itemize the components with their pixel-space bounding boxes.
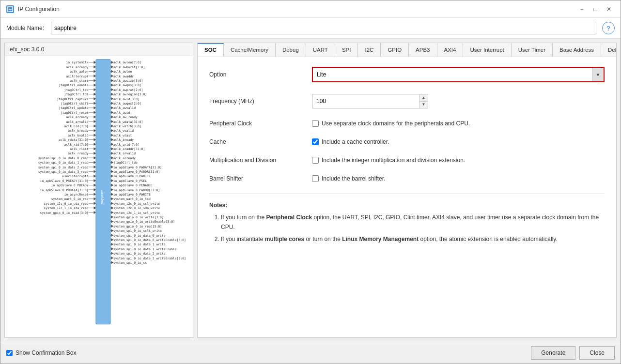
close-bottom-button[interactable]: Close: [579, 346, 615, 360]
svg-text:system_gpio_0_io_read[3:0]: system_gpio_0_io_read[3:0]: [113, 225, 162, 228]
svg-text:aclk_bready: aclk_bready: [68, 129, 88, 133]
tab-uart[interactable]: UART: [306, 43, 335, 57]
svg-text:aclk_aw_ready: aclk_aw_ready: [113, 115, 138, 119]
svg-text:aclk_arvalid: aclk_arvalid: [66, 120, 88, 124]
svg-text:io_apbSlave_0_PREADY: io_apbSlave_0_PREADY: [51, 183, 89, 187]
cache-row: Cache Include a cache controller.: [209, 138, 605, 145]
svg-text:aclk_wdata[31:0]: aclk_wdata[31:0]: [113, 120, 143, 124]
svg-text:jtag0Ctrl_update: jtag0Ctrl_update: [59, 106, 89, 110]
svg-text:axilnterrupt: axilnterrupt: [66, 75, 88, 78]
title-bar-left: IP Configuration: [6, 5, 60, 13]
notes-title: Notes:: [209, 202, 605, 209]
tab-user-timer[interactable]: User Timer: [512, 43, 553, 57]
tab-deliverables[interactable]: Deliverables: [601, 43, 616, 57]
svg-text:io_apbSlave_0_PADDR[31:0]: io_apbSlave_0_PADDR[31:0]: [113, 188, 160, 192]
svg-text:sapphire: sapphire: [100, 190, 104, 204]
tab-i2c[interactable]: I2C: [358, 43, 381, 57]
svg-text:io_apbSlave_0_PADDR[31:0]: io_apbSlave_0_PADDR[31:0]: [113, 170, 160, 174]
minimize-button[interactable]: −: [576, 4, 588, 14]
svg-text:aclk_awburst[1:0]: aclk_awburst[1:0]: [113, 65, 145, 69]
svg-text:jtag0Ctrl_reset: jtag0Ctrl_reset: [61, 111, 89, 115]
svg-text:system_i2c_0_io_scl_write: system_i2c_0_io_scl_write: [113, 202, 160, 206]
cache-control: Include a cache controller.: [312, 138, 605, 145]
barrel-shifter-checkbox-label[interactable]: Include the barrel shifter.: [312, 175, 385, 182]
show-confirmation-checkbox[interactable]: [6, 350, 13, 356]
main-window: IP Configuration − □ ✕ Module Name: ? ef…: [0, 0, 621, 364]
multiplication-division-checkbox-label[interactable]: Include the integer multiplication and d…: [312, 157, 465, 164]
app-icon: [6, 5, 14, 13]
barrel-shifter-control: Include the barrel shifter.: [312, 175, 605, 182]
tab-spi[interactable]: SPI: [335, 43, 358, 57]
help-button[interactable]: ?: [602, 22, 615, 34]
frequency-input[interactable]: [312, 94, 419, 108]
left-panel-title: efx_soc 3.0.0: [5, 43, 193, 56]
svg-text:io_apbSlave_0_PSEL: io_apbSlave_0_PSEL: [113, 179, 147, 183]
svg-text:system_spi_0_io_data_2_read: system_spi_0_io_data_2_read: [38, 166, 89, 169]
svg-text:aclk_awlen: aclk_awlen: [113, 70, 132, 74]
svg-text:system_spi_0_io_data_0_read: system_spi_0_io_data_0_read: [38, 156, 89, 160]
option-control: Lite Standard Full ▼: [312, 67, 605, 82]
barrel-shifter-checkbox[interactable]: [312, 175, 319, 182]
freq-spin-up[interactable]: ▲: [419, 94, 428, 102]
svg-text:aclk_rready: aclk_rready: [68, 152, 88, 155]
tab-user-interrupt[interactable]: User Interrupt: [463, 43, 511, 57]
svg-text:system_i2c_0_io_sda_read: system_i2c_0_io_sda_read: [44, 202, 88, 206]
multiplication-division-description: Include the integer multiplication and d…: [322, 157, 465, 164]
svg-text:aclk_rid[7:0]: aclk_rid[7:0]: [64, 143, 89, 147]
tab-apb3[interactable]: APB3: [409, 43, 437, 57]
cache-label: Cache: [209, 138, 306, 145]
svg-text:system_spi_0_io_data_1_write: system_spi_0_io_data_1_write: [113, 243, 166, 246]
svg-text:system_spi_0_io_data_3_read: system_spi_0_io_data_3_read: [38, 170, 89, 174]
maximize-button[interactable]: □: [590, 4, 601, 14]
svg-text:io_apbSlave_0_PWRITE: io_apbSlave_0_PWRITE: [113, 193, 151, 197]
close-button[interactable]: ✕: [603, 4, 615, 14]
peripheral-clock-row: Peripheral Clock Use separate clock doma…: [209, 120, 605, 127]
note-1-bold: Peripheral Clock: [266, 214, 312, 221]
tab-base-address[interactable]: Base Address: [553, 43, 601, 57]
tab-cache-memory[interactable]: Cache/Memory: [224, 43, 276, 57]
svg-text:aclk_wvalid: aclk_wvalid: [113, 129, 134, 133]
frequency-control: ▲ ▼: [312, 94, 605, 108]
select-arrow-icon: ▼: [592, 68, 604, 81]
svg-text:io_apbSlave_0_PREADY[31:0]: io_apbSlave_0_PREADY[31:0]: [40, 179, 89, 183]
tab-axi4[interactable]: AXI4: [437, 43, 464, 57]
barrel-shifter-label: Barrel Shifter: [209, 175, 306, 182]
option-select[interactable]: Lite Standard Full: [313, 68, 592, 81]
freq-input-wrapper: ▲ ▼: [312, 94, 428, 108]
svg-text:aclk_awprot[2:0]: aclk_awprot[2:0]: [113, 88, 143, 92]
svg-text:aclk_awid: aclk_awid: [113, 111, 130, 115]
tab-debug[interactable]: Debug: [276, 43, 306, 57]
frequency-row: Frequency (MHz) ▲ ▼: [209, 94, 605, 108]
svg-text:io_systemClk: io_systemClk: [66, 61, 88, 64]
svg-text:aclk_awvalid: aclk_awvalid: [113, 106, 136, 110]
svg-text:jtag0Ctrl_enable: jtag0Ctrl_enable: [59, 83, 89, 87]
svg-text:aclk_awaddr: aclk_awaddr: [113, 75, 134, 78]
cache-checkbox-label[interactable]: Include a cache controller.: [312, 138, 389, 145]
tab-gpio[interactable]: GPIO: [381, 43, 409, 57]
svg-text:aclk_arready: aclk_arready: [66, 115, 88, 119]
barrel-shifter-description: Include the barrel shifter.: [322, 175, 385, 182]
show-confirmation-label[interactable]: Show Confirmation Box: [6, 349, 76, 356]
tab-soc[interactable]: SOC: [198, 43, 224, 57]
svg-text:jtag0Ctrl_tck: jtag0Ctrl_tck: [64, 88, 89, 92]
svg-text:system_spi_0_io_data_2_writeEn: system_spi_0_io_data_2_writeEnable[3:0]: [113, 257, 186, 260]
svg-text:aclk_arvalid: aclk_arvalid: [113, 152, 136, 155]
peripheral-clock-checkbox[interactable]: [312, 120, 319, 127]
svg-text:jtag0Ctrl_capture: jtag0Ctrl_capture: [57, 97, 89, 101]
svg-text:aclk_rlast: aclk_rlast: [70, 147, 89, 151]
svg-text:system_uart_0_io_txd: system_uart_0_io_txd: [113, 197, 151, 201]
peripheral-clock-checkbox-label[interactable]: Use separate clock domains for the perip…: [312, 120, 470, 127]
svg-text:aclk_wstrb[3:0]: aclk_wstrb[3:0]: [113, 124, 141, 128]
freq-spin-down[interactable]: ▼: [419, 102, 428, 108]
cache-checkbox[interactable]: [312, 138, 319, 145]
svg-text:aclk_awregion[3:0]: aclk_awregion[3:0]: [113, 92, 147, 96]
svg-text:system_spi_0_io_data_0_writeEn: system_spi_0_io_data_0_writeEnable[3:0]: [113, 238, 186, 242]
module-name-input[interactable]: [51, 22, 596, 34]
svg-text:aclk_awlen: aclk_awlen: [70, 70, 89, 74]
cache-description: Include a cache controller.: [322, 138, 389, 145]
multiplication-division-checkbox[interactable]: [312, 157, 319, 164]
svg-text:io_apbSlave_0_PWDATA[31:0]: io_apbSlave_0_PWDATA[31:0]: [113, 166, 162, 169]
module-name-row: Module Name: ?: [0, 18, 621, 39]
generate-button[interactable]: Generate: [531, 346, 575, 360]
frequency-spinner: ▲ ▼: [419, 94, 428, 108]
